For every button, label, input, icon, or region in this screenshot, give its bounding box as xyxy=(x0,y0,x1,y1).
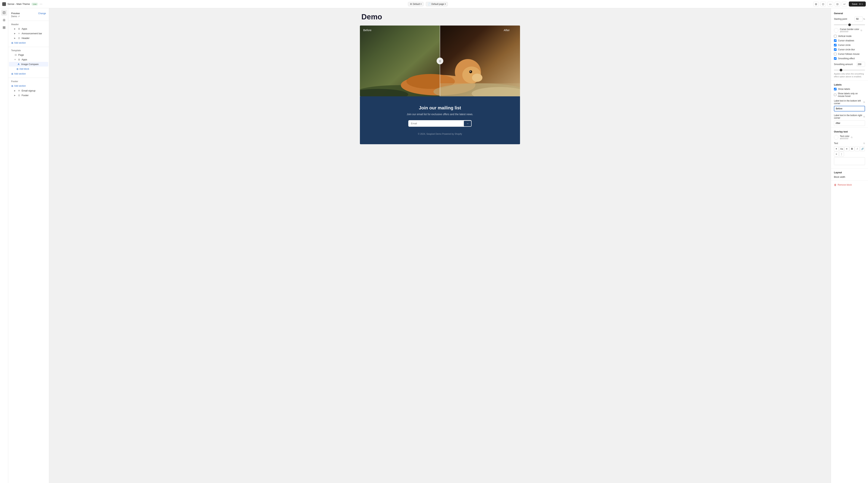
cursor-circle-blur-checkbox[interactable] xyxy=(834,48,837,51)
right-panel: General Starting point % Cursor border c… xyxy=(831,8,868,483)
canvas: Demo xyxy=(49,8,831,483)
starting-point-slider-row xyxy=(831,23,868,27)
add-section-2[interactable]: ⊕ Add section xyxy=(8,72,49,76)
sidebar-item-label: Footer xyxy=(22,94,46,97)
cursor-follows-mouse-checkbox[interactable] xyxy=(834,53,837,55)
sidebar-item-apps-template[interactable]: ▼ ⊞ Apps xyxy=(9,57,48,62)
label-bottom-left-input[interactable] xyxy=(834,106,865,111)
copy-icon-4[interactable]: ⧉ xyxy=(863,142,865,145)
text-style-btn[interactable]: ✦ xyxy=(834,146,839,151)
image-compare-widget[interactable]: Before After ⟨⟩ xyxy=(360,26,520,96)
sidebar-item-announcement-bar[interactable]: ▶ ≡ Announcement bar xyxy=(9,31,48,36)
email-submit-btn[interactable]: → xyxy=(464,121,471,126)
topbar: Sense - Main Theme Live ··· ⚙ Default ▾ … xyxy=(0,0,868,8)
sidebar-item-header[interactable]: ▶ ⊟ Header xyxy=(9,36,48,40)
smoothing-amount-input[interactable] xyxy=(857,62,865,67)
split-view-btn[interactable]: ⊟ xyxy=(835,2,840,6)
sidebar-item-label: Header xyxy=(22,37,46,39)
save-button[interactable]: Save ⌘ S xyxy=(849,1,866,6)
sidebar-item-footer[interactable]: ▶ ⊟ Footer xyxy=(9,93,48,97)
copy-icon[interactable]: ⧉ xyxy=(861,29,862,32)
footer-label: Footer xyxy=(8,79,49,84)
add-block-link[interactable]: ⊕ Add block xyxy=(8,66,49,72)
smoothing-amount-slider[interactable] xyxy=(834,70,865,70)
apps-grid-icon: ⊞ xyxy=(18,58,21,61)
copy-icon[interactable]: ⧉ xyxy=(863,101,865,104)
show-labels-hover-checkbox[interactable] xyxy=(834,93,836,96)
font-size-chevron[interactable]: ▾ xyxy=(844,146,849,151)
svg-text:After: After xyxy=(504,29,509,32)
desktop-view-btn[interactable]: ⊞ xyxy=(813,2,819,6)
sidebar-item-label: Page xyxy=(18,54,46,56)
percent-sign: % xyxy=(863,18,865,20)
tablet-view-btn[interactable]: ⊡ xyxy=(820,2,826,6)
cursor-circle-blur-label: Cursor circle blur xyxy=(838,48,855,51)
arrow-icon: ▶ xyxy=(14,94,17,96)
arrow-icon: ▶ xyxy=(14,28,17,30)
mailing-section: Join our mailing list Join our email lis… xyxy=(360,96,520,144)
arrow-icon: ▼ xyxy=(14,58,17,61)
link-btn[interactable]: 🔗 xyxy=(860,146,865,151)
external-link-icon[interactable]: ↗ xyxy=(18,15,20,18)
mobile-view-btn[interactable]: ▭ xyxy=(828,2,833,6)
cursor-shadows-row: Cursor shadows xyxy=(831,38,868,43)
starting-point-input[interactable] xyxy=(855,17,863,22)
bold-btn[interactable]: B xyxy=(849,146,855,151)
text-toolbar: ✦ Aa ▾ B I 🔗 ≡ ⋮ xyxy=(831,146,868,157)
sidebar-item-apps-header[interactable]: ▶ ⊞ Apps ✎ xyxy=(9,26,48,31)
cursor-circle-checkbox[interactable] xyxy=(834,44,837,47)
sidebar-item-image-compare[interactable]: A Image Compare xyxy=(9,62,48,66)
starting-point-slider[interactable] xyxy=(834,24,865,25)
topbar-title: Sense - Main Theme xyxy=(7,3,30,5)
layout-icon: ⊟ xyxy=(18,37,21,39)
copy-icon-2[interactable]: ⧉ xyxy=(863,115,865,118)
sidebar-item-email-signup[interactable]: ▶ ✉ Email signup xyxy=(9,88,48,93)
text-label: Text xyxy=(834,142,863,145)
text-content-area[interactable] xyxy=(834,157,865,165)
app-icon xyxy=(2,2,6,6)
show-labels-checkbox[interactable] xyxy=(834,88,837,90)
copy-icon-3[interactable]: ⧉ xyxy=(851,136,852,139)
cursor-shadows-label: Cursor shadows xyxy=(838,39,854,42)
smoothing-amount-slider-row xyxy=(831,68,868,72)
text-color-info: Text color #FFFFFF xyxy=(840,135,849,140)
font-size-btn[interactable]: Aa xyxy=(839,146,844,151)
sidebar-item-label: Apps xyxy=(22,58,46,61)
italic-btn[interactable]: I xyxy=(855,146,860,151)
vertical-mode-checkbox[interactable] xyxy=(834,35,837,37)
footer-add-section[interactable]: ⊕ Add section xyxy=(8,84,49,88)
default-view-btn[interactable]: ⚙ Default ▾ xyxy=(408,2,424,6)
remove-block-label: Remove block xyxy=(838,183,852,186)
sidebar-item-page[interactable]: ⊟ Page xyxy=(9,53,48,57)
default-page-btn[interactable]: 📄 Default page ▾ xyxy=(426,2,448,6)
block-width-row: Block width xyxy=(831,175,868,179)
label-bottom-right-input[interactable] xyxy=(834,120,865,126)
cursor-shadows-checkbox[interactable] xyxy=(834,39,837,42)
sidebar-item-label: Image Compare xyxy=(21,63,46,65)
preview-row: Preview Change Demo ↗ xyxy=(8,10,49,19)
add-section-1[interactable]: ⊕ Add section xyxy=(8,40,49,45)
remove-block-btn[interactable]: 🗑 Remove block xyxy=(831,182,868,188)
text-color-swatch[interactable] xyxy=(834,135,838,140)
undo-btn[interactable]: ↩ xyxy=(842,2,847,6)
ordered-list-btn[interactable]: ⋮ xyxy=(839,152,844,157)
divider-remove xyxy=(831,180,868,181)
email-icon: ✉ xyxy=(18,89,21,92)
preview-section: Preview Change Demo ↗ xyxy=(8,10,49,19)
settings-icon-btn[interactable] xyxy=(1,17,7,23)
pages-icon-btn[interactable] xyxy=(1,10,7,16)
apps-icon-btn[interactable] xyxy=(1,25,7,31)
svg-point-27 xyxy=(470,71,471,72)
starting-point-row: Starting point % xyxy=(831,16,868,23)
list-btn[interactable]: ≡ xyxy=(834,152,839,157)
svg-point-23 xyxy=(472,74,483,82)
more-options-icon[interactable]: ··· xyxy=(40,2,42,6)
topbar-center: ⚙ Default ▾ 📄 Default page ▾ xyxy=(408,2,448,6)
smoothing-effect-checkbox[interactable] xyxy=(834,57,837,60)
mailing-title: Join our mailing list xyxy=(364,105,516,111)
email-input[interactable] xyxy=(409,120,464,126)
cursor-border-color-swatch[interactable] xyxy=(834,28,838,33)
change-btn[interactable]: Change xyxy=(38,12,46,15)
label-bottom-left-row: Label text in the bottom left corner ⧉ xyxy=(831,98,868,106)
vertical-mode-label: Vertical mode xyxy=(838,35,851,37)
